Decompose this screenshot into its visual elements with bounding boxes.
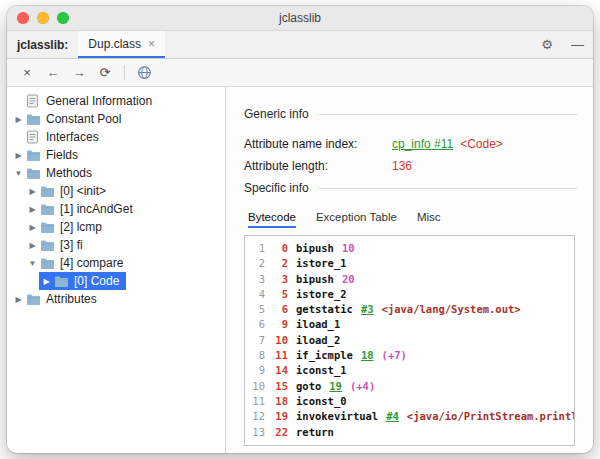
info-tabs: BytecodeException TableMisc: [248, 211, 575, 228]
tab-bytecode[interactable]: Bytecode: [248, 211, 296, 228]
line-number: 7: [251, 333, 265, 348]
bytecode-mnemonic: getstatic: [296, 302, 353, 317]
bytecode-mnemonic: istore_2: [296, 287, 347, 302]
tree-item-inner: ▶Fields: [11, 146, 85, 164]
window-title: jclasslib: [7, 11, 593, 25]
bytecode-offset: 6: [274, 302, 288, 317]
tree-item-fields[interactable]: ▶Fields: [7, 146, 225, 164]
tree-item-constant-pool[interactable]: ▶Constant Pool: [7, 110, 225, 128]
constant-pool-link[interactable]: 19: [329, 379, 342, 394]
folder-icon: [40, 202, 56, 216]
close-tab-button[interactable]: ×: [15, 63, 39, 83]
document-icon: [26, 130, 42, 144]
generic-info-title: Generic info: [244, 107, 309, 121]
expand-arrow-icon[interactable]: ▶: [11, 115, 26, 124]
bytecode-offset: 10: [274, 333, 288, 348]
forward-button[interactable]: →: [67, 63, 91, 83]
bytecode-line: 1219invokevirtual#4<java/io/PrintStream.…: [251, 409, 568, 424]
reload-button[interactable]: ⟳: [93, 63, 117, 83]
bytecode-line: 710iload_2: [251, 333, 568, 348]
constant-pool-link[interactable]: #3: [361, 302, 374, 317]
constant-pool-link[interactable]: #4: [386, 409, 399, 424]
tree-item-3-fi[interactable]: ▶[3] fi: [7, 236, 225, 254]
expand-arrow-icon[interactable]: ▶: [25, 205, 40, 214]
tree-item-1-incandget[interactable]: ▶[1] incAndGet: [7, 200, 225, 218]
folder-icon: [40, 238, 56, 252]
bytecode-offset: 19: [274, 409, 288, 424]
tab-exception-table[interactable]: Exception Table: [316, 211, 397, 228]
tree: General Information▶Constant PoolInterfa…: [7, 87, 226, 453]
tree-item-inner: ▶[0] <init>: [25, 182, 113, 200]
bytecode-mnemonic: bipush: [296, 241, 334, 256]
minimize-window-button[interactable]: [37, 12, 49, 24]
gear-icon[interactable]: ⚙: [532, 37, 562, 52]
tree-item-label: Constant Pool: [46, 112, 121, 126]
tree-item-general-information[interactable]: General Information: [7, 92, 225, 110]
tab-close-icon[interactable]: ×: [148, 38, 155, 50]
bytecode-line: 1015goto19(+4): [251, 379, 568, 394]
collapse-arrow-icon[interactable]: ▼: [11, 169, 26, 178]
back-button[interactable]: ←: [41, 63, 65, 83]
tree-item-label: [1] incAndGet: [60, 202, 133, 216]
tree-item-inner: ▼Methods: [11, 164, 99, 182]
specific-info-title: Specific info: [244, 181, 309, 195]
bytecode-mnemonic: invokevirtual: [296, 409, 378, 424]
tab-dup-class[interactable]: Dup.class ×: [78, 31, 165, 58]
collapse-arrow-icon[interactable]: ▼: [25, 259, 40, 268]
tree-item-interfaces[interactable]: Interfaces: [7, 128, 225, 146]
line-number: 2: [251, 256, 265, 271]
bytecode-line: 1118iconst_0: [251, 394, 568, 409]
bytecode-offset: 2: [274, 256, 288, 271]
traffic-lights: [7, 12, 69, 24]
tree-item-inner: ▶[1] incAndGet: [25, 200, 140, 218]
tree-item-inner: ▶Attributes: [11, 290, 104, 308]
tree-item-attributes[interactable]: ▶Attributes: [7, 290, 225, 308]
bytecode-line: 69iload_1: [251, 317, 568, 332]
tree-item-4-compare[interactable]: ▼[4] compare: [7, 254, 225, 272]
hide-panel-icon[interactable]: —: [562, 37, 593, 52]
bytecode-line: 811if_icmple18(+7): [251, 348, 568, 363]
constant-pool-link[interactable]: cp_info #11: [392, 137, 453, 151]
expand-arrow-icon[interactable]: ▶: [25, 187, 40, 196]
tab-misc[interactable]: Misc: [417, 211, 441, 228]
attribute-detail-panel: Generic info Attribute name index: cp_in…: [226, 87, 593, 453]
folder-icon: [26, 148, 42, 162]
section-divider: [319, 188, 577, 189]
tree-item-0-code[interactable]: ▶[0] Code: [7, 272, 225, 290]
tree-item-label: Interfaces: [46, 130, 99, 144]
web-icon[interactable]: [132, 63, 156, 83]
line-number: 13: [251, 425, 265, 440]
zoom-window-button[interactable]: [57, 12, 69, 24]
constant-pool-link[interactable]: 18: [361, 348, 374, 363]
expand-arrow-icon[interactable]: ▶: [25, 223, 40, 232]
tree-item-2-lcmp[interactable]: ▶[2] lcmp: [7, 218, 225, 236]
tree-item-inner: ▶Constant Pool: [11, 110, 128, 128]
bytecode-offset: 22: [274, 425, 288, 440]
titlebar[interactable]: jclasslib: [7, 6, 593, 31]
bytecode-operand: 10: [342, 241, 355, 256]
bytecode-listing[interactable]: 10bipush1022istore_133bipush2045istore_2…: [244, 235, 575, 446]
close-window-button[interactable]: [17, 12, 29, 24]
bytecode-mnemonic: if_icmple: [296, 348, 353, 363]
bytecode-mnemonic: bipush: [296, 272, 334, 287]
folder-icon: [26, 112, 42, 126]
tree-item-inner: Interfaces: [11, 128, 106, 146]
expand-arrow-icon[interactable]: ▶: [11, 295, 26, 304]
expand-arrow-icon[interactable]: ▶: [11, 151, 26, 160]
expand-arrow-icon[interactable]: ▶: [39, 277, 54, 286]
tree-item-inner: ▼[4] compare: [25, 254, 130, 272]
tree-item-0-init[interactable]: ▶[0] <init>: [7, 182, 225, 200]
expand-arrow-icon[interactable]: ▶: [25, 241, 40, 250]
bytecode-line: 10bipush10: [251, 241, 568, 256]
bytecode-mnemonic: iconst_1: [296, 363, 347, 378]
line-number: 4: [251, 287, 265, 302]
tree-item-methods[interactable]: ▼Methods: [7, 164, 225, 182]
main-content: General Information▶Constant PoolInterfa…: [7, 87, 593, 453]
tree-item-label: [3] fi: [60, 238, 83, 252]
generic-info-section: Generic info: [244, 107, 577, 121]
folder-icon: [54, 274, 70, 288]
bytecode-mnemonic: iload_2: [296, 333, 340, 348]
line-number: 1: [251, 241, 265, 256]
document-icon: [26, 94, 42, 108]
bytecode-mnemonic: iconst_0: [296, 394, 347, 409]
